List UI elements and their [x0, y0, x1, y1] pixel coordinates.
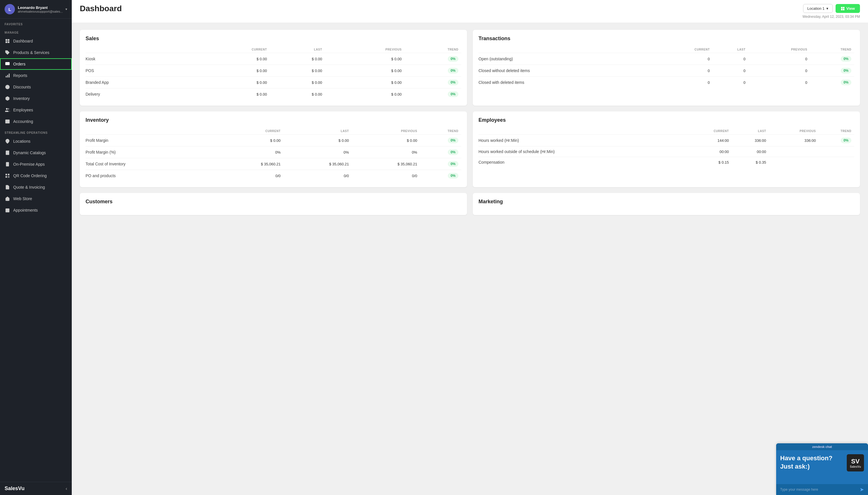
emp-col-previous: PREVIOUS — [769, 128, 819, 135]
sidebar-item-label: Discounts — [13, 85, 31, 89]
trend-badge: 0% — [448, 161, 458, 167]
row-trend: 0% — [404, 88, 461, 100]
sidebar-item-employees[interactable]: Employees — [0, 104, 72, 116]
view-button[interactable]: View — [836, 4, 860, 13]
row-trend: 0% — [420, 158, 461, 170]
sales-col-trend: TREND — [404, 46, 461, 53]
sales-card-title: Sales — [86, 36, 461, 41]
sidebar-item-discounts[interactable]: Discounts — [0, 81, 72, 93]
svg-rect-15 — [5, 174, 7, 175]
sidebar-item-web-store[interactable]: Web Store — [0, 193, 72, 204]
sidebar-item-products-services[interactable]: Products & Services — [0, 47, 72, 58]
zendesk-avatar-sub: SalesVu — [850, 465, 861, 468]
sidebar-item-orders[interactable]: Orders — [0, 58, 72, 70]
row-label: POS — [86, 65, 194, 76]
sidebar-item-label: Employees — [13, 108, 33, 112]
sidebar-item-label: Appointments — [13, 208, 38, 212]
sales-card: Sales CURRENT LAST PREVIOUS TREND Kiosk — [80, 30, 467, 106]
accounting-icon — [5, 119, 10, 124]
emp-col-last: LAST — [732, 128, 769, 135]
sidebar-item-appointments[interactable]: Appointments — [0, 204, 72, 216]
row-previous: $ 35,060.21 — [352, 158, 420, 170]
table-row: Compensation $ 0.15 $ 0.35 — [479, 157, 854, 168]
sales-table: CURRENT LAST PREVIOUS TREND Kiosk $ 0.00… — [86, 46, 461, 100]
trend-badge: 0% — [448, 173, 458, 178]
row-label: Kiosk — [86, 53, 194, 65]
view-label: View — [847, 6, 855, 11]
sidebar-item-on-premise-apps[interactable]: On-Premise Apps — [0, 158, 72, 170]
row-current: $ 35,060.21 — [215, 158, 283, 170]
pin-icon — [5, 138, 10, 144]
inv-col-trend: TREND — [420, 128, 461, 135]
row-previous — [769, 147, 819, 157]
table-row: Kiosk $ 0.00 $ 0.00 $ 0.00 0% — [86, 53, 461, 65]
datetime-label: Wednesday, April 12, 2023, 03:34 PM — [802, 15, 860, 19]
sidebar-item-label: Web Store — [13, 197, 32, 201]
collapse-sidebar-button[interactable]: ‹ — [66, 486, 67, 491]
row-trend — [819, 157, 854, 168]
box-icon — [5, 96, 10, 101]
sales-col-last: LAST — [270, 46, 325, 53]
row-last: $ 0.00 — [270, 88, 325, 100]
sidebar-header[interactable]: L Leonardo Bryant ahmetsalesvusuppport@s… — [0, 0, 72, 19]
salesvu-logo: SalesVu — [5, 485, 24, 492]
page-title: Dashboard — [80, 4, 122, 13]
row-current: $ 0.00 — [194, 53, 270, 65]
row-trend: 0% — [404, 53, 461, 65]
zendesk-message-input[interactable] — [780, 488, 857, 492]
marketing-card: Marketing — [473, 193, 860, 215]
sidebar-item-label: On-Premise Apps — [13, 162, 45, 167]
inv-col-last: LAST — [283, 128, 352, 135]
sidebar-item-quote-invoicing[interactable]: Quote & Invoicing — [0, 182, 72, 193]
row-previous — [769, 157, 819, 168]
location-button[interactable]: Location 1 ▾ — [803, 4, 833, 13]
row-trend: 0% — [819, 135, 854, 147]
sales-col-previous: PREVIOUS — [325, 46, 404, 53]
main-content: Dashboard Location 1 ▾ View Wednesday, A… — [72, 0, 868, 495]
row-current: 0 — [654, 65, 713, 76]
inv-col-current: CURRENT — [215, 128, 283, 135]
sidebar-item-qr-code-ordering[interactable]: QR Code Ordering — [0, 170, 72, 182]
row-last: $ 0.00 — [270, 65, 325, 76]
sidebar-item-reports[interactable]: Reports — [0, 70, 72, 81]
row-last: 00:00 — [732, 147, 769, 157]
row-last: $ 0.00 — [283, 135, 352, 147]
row-label: Profit Margin (%) — [86, 147, 215, 158]
sidebar-item-accounting[interactable]: Accounting — [0, 116, 72, 127]
sidebar-item-dynamic-catalogs[interactable]: Dynamic Catalogs — [0, 147, 72, 158]
row-label: Closed without deleted items — [479, 65, 654, 76]
trend-badge: 0% — [448, 91, 458, 97]
row-previous: $ 0.00 — [325, 76, 404, 88]
sidebar-item-inventory[interactable]: Inventory — [0, 93, 72, 104]
calendar-icon — [5, 207, 10, 213]
row-previous: $ 0.00 — [325, 65, 404, 76]
sidebar-bottom: SalesVu ‹ — [0, 482, 72, 495]
table-row: Total Cost of Inventory $ 35,060.21 $ 35… — [86, 158, 461, 170]
emp-col-current: CURRENT — [684, 128, 732, 135]
sidebar-item-label: Reports — [13, 73, 27, 78]
transactions-card-title: Transactions — [479, 36, 854, 41]
zendesk-text: Have a question? Just ask:) — [780, 454, 843, 471]
dashboard-content: Sales CURRENT LAST PREVIOUS TREND Kiosk — [72, 23, 868, 495]
svg-rect-29 — [843, 9, 844, 10]
row-last: 0 — [713, 76, 749, 88]
zendesk-send-button[interactable]: ➤ — [860, 487, 864, 493]
table-row: Closed without deleted items 0 0 0 0% — [479, 65, 854, 76]
sidebar-item-dashboard[interactable]: Dashboard — [0, 35, 72, 47]
row-trend: 0% — [810, 65, 854, 76]
svg-rect-8 — [6, 76, 6, 78]
row-last: 336:00 — [732, 135, 769, 147]
row-trend: 0% — [810, 76, 854, 88]
row-label: Hours worked outside of schedule (Hr:Min… — [479, 147, 684, 157]
emp-col-label — [479, 128, 684, 135]
row-previous: $ 0.00 — [325, 88, 404, 100]
svg-rect-20 — [8, 177, 8, 178]
table-row: POS $ 0.00 $ 0.00 $ 0.00 0% — [86, 65, 461, 76]
svg-rect-5 — [5, 62, 10, 65]
row-last: 0% — [283, 147, 352, 158]
sidebar-item-locations[interactable]: Locations — [0, 136, 72, 147]
svg-rect-2 — [5, 41, 7, 43]
marketing-card-title: Marketing — [479, 199, 854, 205]
emp-col-trend: TREND — [819, 128, 854, 135]
row-current: 00:00 — [684, 147, 732, 157]
